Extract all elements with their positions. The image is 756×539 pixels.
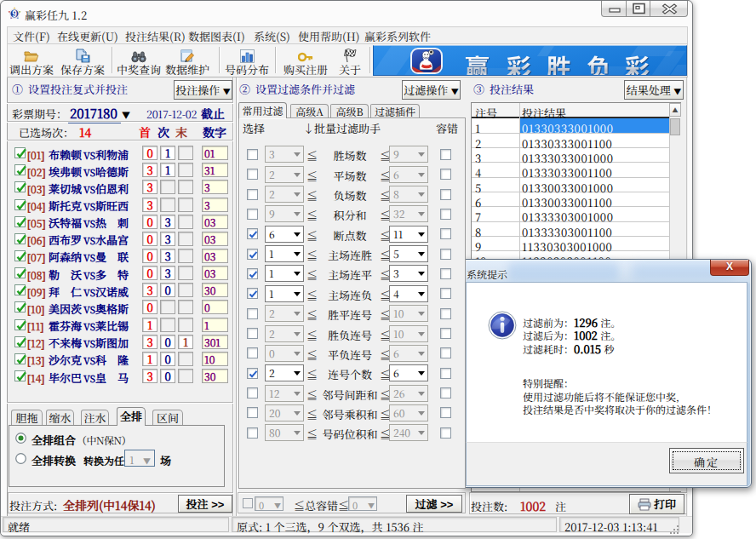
svg-text:9: 9 [12,9,17,19]
